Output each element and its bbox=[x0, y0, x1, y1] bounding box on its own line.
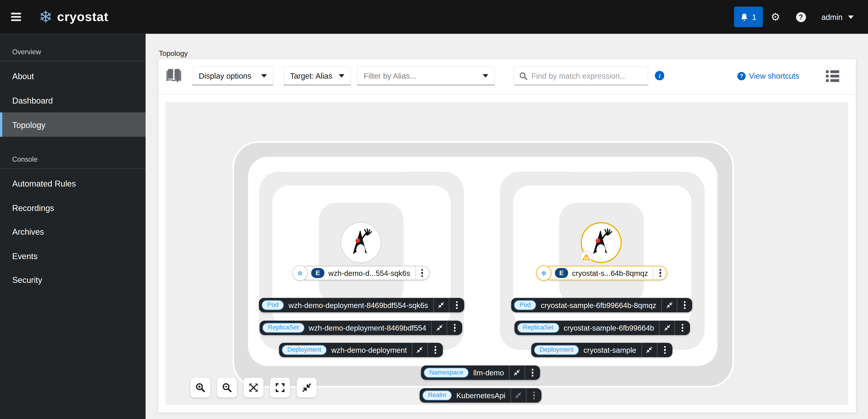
list-view-icon[interactable] bbox=[826, 70, 839, 82]
sidebar-item-topology[interactable]: Topology bbox=[0, 112, 146, 137]
kebab-menu-icon[interactable] bbox=[525, 368, 540, 377]
deployment-badge: Deployment bbox=[282, 345, 327, 355]
target-node-label-cryostat-sample[interactable]: ❄ E cryostat-s...64b-8qmqz bbox=[536, 265, 667, 281]
help-button[interactable]: ? bbox=[788, 12, 814, 22]
replicaset-name: wzh-demo-deployment-8469bdf554 bbox=[309, 324, 426, 332]
zoom-in-button[interactable] bbox=[190, 378, 210, 397]
deployment-label-cryostat-sample[interactable]: Deployment cryostat-sample bbox=[531, 343, 672, 357]
expand-icon bbox=[249, 383, 258, 393]
sidebar-item-automated-rules[interactable]: Automated Rules bbox=[0, 171, 146, 196]
replicaset-label-cryostat-sample[interactable]: ReplicaSet cryostat-sample-6fb99664b bbox=[515, 321, 690, 335]
settings-button[interactable]: ⚙ bbox=[763, 11, 788, 23]
view-shortcuts-link[interactable]: ? View shortcuts bbox=[737, 71, 799, 80]
sidebar-item-archives[interactable]: Archives bbox=[0, 219, 146, 244]
kebab-menu-icon[interactable] bbox=[449, 301, 464, 309]
target-node-label-wzh-demo[interactable]: ❄ E wzh-demo-d...554-sqk6s bbox=[292, 265, 430, 281]
executable-badge: E bbox=[555, 268, 568, 278]
collapse-icon[interactable] bbox=[509, 369, 524, 376]
book-add-icon[interactable] bbox=[165, 68, 182, 83]
warning-status-badge bbox=[580, 251, 592, 263]
nav-divider bbox=[0, 168, 146, 169]
notifications-button[interactable]: 1 bbox=[734, 6, 763, 27]
display-options-dropdown[interactable]: Display options bbox=[192, 66, 274, 85]
deployment-name: wzh-demo-deployment bbox=[331, 346, 407, 354]
kebab-menu-icon[interactable] bbox=[657, 346, 672, 354]
collapse-icon[interactable] bbox=[434, 302, 448, 308]
executable-badge: E bbox=[311, 268, 324, 278]
brand[interactable]: ❄ cryostat bbox=[39, 8, 108, 25]
match-expression-input[interactable] bbox=[531, 71, 643, 80]
collapse-all-button[interactable] bbox=[297, 378, 317, 397]
gear-icon: ⚙ bbox=[771, 11, 780, 23]
fit-to-screen-button[interactable] bbox=[270, 378, 290, 397]
pod-label-wzh-demo[interactable]: Pod wzh-demo-deployment-8469bdf554-sqk6s bbox=[259, 298, 464, 312]
kebab-menu-icon[interactable] bbox=[526, 391, 541, 399]
deployment-label-wzh-demo[interactable]: Deployment wzh-demo-deployment bbox=[279, 343, 443, 357]
collapse-icon[interactable] bbox=[432, 325, 447, 331]
target-node-wzh-demo[interactable] bbox=[340, 222, 381, 263]
kebab-menu-icon[interactable] bbox=[428, 346, 443, 354]
pod-badge: Pod bbox=[514, 300, 536, 310]
masthead: ❄ cryostat 1 ⚙ ? admin bbox=[0, 0, 868, 34]
replicaset-badge: ReplicaSet bbox=[262, 323, 304, 333]
notification-count: 1 bbox=[752, 12, 756, 21]
sidebar-nav: Overview About Dashboard Topology Consol… bbox=[0, 34, 146, 419]
cryostat-snowflake-icon: ❄ bbox=[536, 265, 552, 281]
question-circle-icon: ? bbox=[737, 72, 746, 80]
namespace-label[interactable]: Namespace llm-demo bbox=[421, 365, 540, 380]
fit-screen-icon bbox=[275, 383, 285, 393]
warning-triangle-icon bbox=[582, 253, 590, 261]
target-label: Target: Alias bbox=[290, 71, 332, 80]
namespace-badge: Namespace bbox=[424, 368, 469, 378]
hamburger-icon[interactable] bbox=[11, 10, 24, 24]
masthead-actions: 1 ⚙ ? admin bbox=[734, 6, 856, 27]
target-node-name: wzh-demo-d...554-sqk6s bbox=[328, 269, 410, 277]
kebab-menu-icon[interactable] bbox=[416, 269, 429, 277]
pod-label-cryostat-sample[interactable]: Pod cryostat-sample-6fb99664b-8qmqz bbox=[511, 298, 692, 312]
graph-controls bbox=[190, 378, 316, 397]
match-expression-searchbox bbox=[514, 66, 648, 85]
target-dropdown[interactable]: Target: Alias bbox=[283, 66, 351, 85]
collapse-icon[interactable] bbox=[662, 302, 677, 308]
zoom-in-icon bbox=[195, 383, 205, 393]
filter-by-alias-select[interactable]: Filter by Alias... bbox=[357, 66, 495, 85]
target-node-name: cryostat-s...64b-8qmqz bbox=[572, 269, 648, 277]
kebab-menu-icon[interactable] bbox=[675, 324, 690, 332]
sidebar-item-about[interactable]: About bbox=[0, 64, 146, 88]
sidebar-item-dashboard[interactable]: Dashboard bbox=[0, 88, 146, 112]
zoom-out-button[interactable] bbox=[217, 378, 237, 397]
sidebar-item-recordings[interactable]: Recordings bbox=[0, 196, 146, 220]
brand-name: cryostat bbox=[57, 9, 108, 24]
info-icon[interactable]: i bbox=[655, 71, 664, 80]
pod-name: wzh-demo-deployment-8469bdf554-sqk6s bbox=[288, 301, 428, 309]
cryostat-app: ❄ cryostat 1 ⚙ ? admin Overview About Da… bbox=[0, 0, 868, 419]
username[interactable]: admin bbox=[822, 12, 842, 21]
kebab-menu-icon[interactable] bbox=[677, 301, 692, 309]
realm-label[interactable]: Realm KubernetesApi bbox=[420, 388, 541, 403]
snowflake-logo: ❄ bbox=[39, 8, 53, 25]
deployment-badge: Deployment bbox=[534, 345, 579, 355]
collapse-icon[interactable] bbox=[659, 325, 675, 331]
search-icon bbox=[519, 72, 528, 80]
expand-button[interactable] bbox=[244, 378, 264, 397]
collapse-icon[interactable] bbox=[642, 347, 657, 353]
pod-badge: Pod bbox=[262, 300, 284, 310]
kebab-menu-icon[interactable] bbox=[447, 324, 462, 332]
duke-java-icon bbox=[345, 227, 376, 258]
bell-icon bbox=[740, 12, 749, 21]
replicaset-label-wzh-demo[interactable]: ReplicaSet wzh-demo-deployment-8469bdf55… bbox=[260, 321, 462, 335]
replicaset-name: cryostat-sample-6fb99664b bbox=[563, 324, 654, 332]
realm-badge: Realm bbox=[423, 390, 452, 400]
nav-section-overview: Overview bbox=[12, 46, 146, 59]
kebab-menu-icon[interactable] bbox=[653, 269, 667, 277]
filter-placeholder: Filter by Alias... bbox=[364, 71, 416, 80]
collapse-icon[interactable] bbox=[412, 347, 427, 353]
deployment-name: cryostat-sample bbox=[583, 346, 636, 354]
view-shortcuts-label: View shortcuts bbox=[749, 71, 799, 80]
nav-divider bbox=[0, 61, 146, 61]
replicaset-badge: ReplicaSet bbox=[517, 323, 559, 333]
sidebar-item-security[interactable]: Security bbox=[0, 268, 146, 292]
caret-down-icon[interactable] bbox=[848, 15, 854, 19]
sidebar-item-events[interactable]: Events bbox=[0, 244, 146, 268]
display-options-label: Display options bbox=[199, 71, 251, 80]
